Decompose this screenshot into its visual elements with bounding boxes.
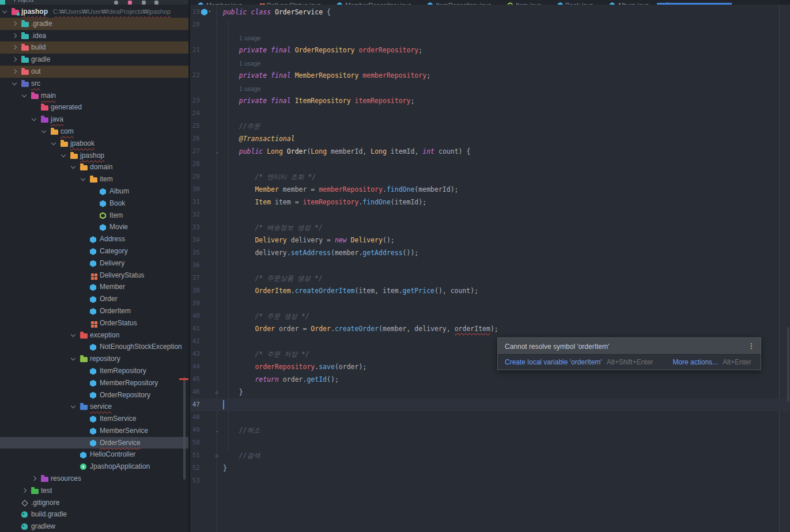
tree-item-orderrepository[interactable]: OrderRepository: [0, 389, 188, 401]
chevron-right-icon[interactable]: [12, 22, 16, 26]
chevron-down-icon[interactable]: [2, 10, 6, 14]
code-line-19[interactable]: 19public class OrderService {: [190, 6, 790, 18]
tree-item-out[interactable]: out: [0, 66, 188, 78]
chevron-down-icon[interactable]: [71, 405, 75, 409]
chevron-right-icon[interactable]: [12, 45, 16, 50]
tree-item-build[interactable]: build: [0, 41, 188, 54]
chevron-down-icon[interactable]: [81, 177, 85, 181]
tab-book-java[interactable]: Book.java: [550, 0, 602, 5]
tree-item-jpashop[interactable]: jpashopC:₩Users₩User₩IdeaProjects₩jpasho…: [0, 6, 188, 18]
code-line-47[interactable]: 47: [190, 398, 790, 411]
tree-item-memberservice[interactable]: MemberService: [0, 425, 188, 437]
usage-inlay-row[interactable]: 1 usage: [190, 56, 790, 69]
tree-item-orderservice[interactable]: OrderService: [0, 437, 188, 449]
code-line-31[interactable]: 31 Item item = itemRepository.findOne(it…: [190, 196, 790, 208]
tab-deliverystatus-java[interactable]: DeliveryStatus.java: [251, 0, 329, 5]
editor-body[interactable]: 19public class OrderService {201 usage21…: [190, 5, 790, 532]
tab-album-java[interactable]: Album.java: [602, 0, 657, 5]
tree-item-jpashopapplication[interactable]: JpashopApplication: [0, 461, 188, 473]
more-options-icon[interactable]: ⋮: [748, 338, 755, 354]
tree-item-hellocontroller[interactable]: HelloController: [0, 449, 188, 461]
code-line-37[interactable]: 37 /* 주문상품 생성 */: [190, 272, 790, 284]
code-line-51[interactable]: 51⌂ //검색: [190, 449, 790, 462]
tree-item-jpabook[interactable]: jpabook: [0, 138, 188, 150]
quickfix-create-variable-link[interactable]: Create local variable 'orderItem': [505, 358, 602, 366]
fold-end-icon[interactable]: ⌂: [213, 386, 221, 398]
chevron-down-icon[interactable]: [41, 130, 46, 134]
tree-item-itemservice[interactable]: ItemService: [0, 413, 188, 425]
code-line-39[interactable]: 39: [190, 297, 790, 310]
code-line-52[interactable]: 52}: [190, 462, 790, 474]
collapse-all-icon[interactable]: [142, 1, 146, 5]
chevron-down-icon[interactable]: [71, 165, 75, 169]
code-line-41[interactable]: 41 Order order = Order.createOrder(membe…: [190, 322, 790, 335]
code-line-48[interactable]: 48: [190, 411, 790, 424]
tree-item-album[interactable]: Album: [0, 185, 188, 197]
tree-item-build-gradle[interactable]: build.gradle: [0, 508, 188, 520]
tree-item-memberrepository[interactable]: MemberRepository: [0, 377, 188, 389]
tree-item-gradle[interactable]: gradle: [0, 54, 188, 66]
gutter-class-icon[interactable]: [201, 9, 208, 16]
chevron-down-icon[interactable]: [61, 154, 65, 158]
code-line-22[interactable]: 22 private final MemberRepository member…: [190, 69, 790, 82]
tree-item-member[interactable]: Member: [0, 281, 188, 293]
usage-inlay-hint[interactable]: 1 usage: [239, 82, 260, 95]
tab-orderservice-java[interactable]: OrderService.java: [657, 0, 732, 5]
tree-item-exception[interactable]: exception: [0, 329, 188, 341]
locate-file-icon[interactable]: [114, 1, 118, 5]
tree-item-com[interactable]: com: [0, 126, 188, 138]
fold-end-icon[interactable]: ⌂: [213, 449, 221, 462]
code-line-35[interactable]: 35 delivery.setAddress(member.getAddress…: [190, 246, 790, 259]
fold-start-icon[interactable]: ⌄: [213, 424, 221, 436]
tree-item-item[interactable]: Item: [0, 210, 188, 222]
code-line-46[interactable]: 46⌂ }: [190, 386, 790, 398]
code-line-49[interactable]: 49⌄ //취소: [190, 424, 790, 436]
editor-scrollbar[interactable]: [787, 327, 789, 402]
code-line-30[interactable]: 30 Member member = memberRepository.find…: [190, 183, 790, 196]
chevron-right-icon[interactable]: [12, 70, 16, 74]
code-line-25[interactable]: 25 //주문: [190, 120, 790, 132]
code-line-36[interactable]: 36: [190, 259, 790, 272]
code-line-32[interactable]: 32: [190, 208, 790, 221]
tree-item-itemrepository[interactable]: ItemRepository: [0, 365, 188, 377]
code-line-45[interactable]: 45 return order.getId();: [190, 373, 790, 386]
tab-memberrepository-java[interactable]: MemberRepository.java: [329, 0, 419, 5]
panel-options-icon[interactable]: [154, 1, 158, 5]
chevron-down-icon[interactable]: [22, 94, 26, 98]
tree-item--gitignore[interactable]: .gitignore: [0, 497, 188, 509]
tree-item-java[interactable]: java: [0, 113, 188, 126]
usage-inlay-hint[interactable]: 1 usage: [239, 57, 260, 70]
usage-inlay-row[interactable]: 1 usage: [190, 82, 790, 94]
code-line-53[interactable]: 53: [190, 474, 790, 487]
chevron-down-icon[interactable]: [71, 333, 75, 337]
tab-itemrepository-java[interactable]: ItemRepository.java: [419, 0, 499, 5]
tab-item-java[interactable]: Item.java: [500, 0, 550, 5]
tree-item-movie[interactable]: Movie: [0, 221, 188, 233]
code-line-20[interactable]: 20: [190, 18, 790, 31]
chevron-down-icon[interactable]: [32, 117, 36, 121]
code-line-33[interactable]: 33 /* 배송정보 생성 */: [190, 221, 790, 234]
chevron-right-icon[interactable]: [12, 58, 16, 62]
tree-item-orderstatus[interactable]: OrderStatus: [0, 317, 188, 329]
tree-item-domain[interactable]: domain: [0, 161, 188, 173]
tree-item-notenoughstockexception[interactable]: NotEnoughStockException: [0, 341, 188, 353]
tree-item-book[interactable]: Book: [0, 197, 188, 210]
code-line-26[interactable]: 26 @Transactional: [190, 132, 790, 145]
code-line-38[interactable]: 38 OrderItem.createOrderItem(item, item.…: [190, 284, 790, 297]
chevron-down-icon[interactable]: [51, 142, 55, 146]
tree-item-order[interactable]: Order: [0, 293, 188, 305]
tree-item-src[interactable]: src: [0, 78, 188, 90]
code-line-50[interactable]: 50: [190, 436, 790, 449]
chevron-down-icon[interactable]: [12, 82, 16, 86]
code-line-23[interactable]: 23 private final ItemRepository itemRepo…: [190, 94, 790, 107]
code-line-24[interactable]: 24: [190, 107, 790, 120]
panel-toolbar-icon[interactable]: [128, 1, 132, 5]
usage-inlay-hint[interactable]: 1 usage: [239, 32, 260, 44]
code-line-21[interactable]: 21 private final OrderRepository orderRe…: [190, 44, 790, 56]
code-line-29[interactable]: 29 /* 엔티티 조회 */: [190, 170, 790, 183]
chevron-right-icon[interactable]: [32, 477, 36, 481]
tree-item-delivery[interactable]: Delivery: [0, 257, 188, 269]
tree-item-test[interactable]: test: [0, 485, 188, 497]
tree-item--gradle[interactable]: .gradle: [0, 18, 188, 30]
tab-member-java[interactable]: Member.java: [190, 0, 251, 5]
